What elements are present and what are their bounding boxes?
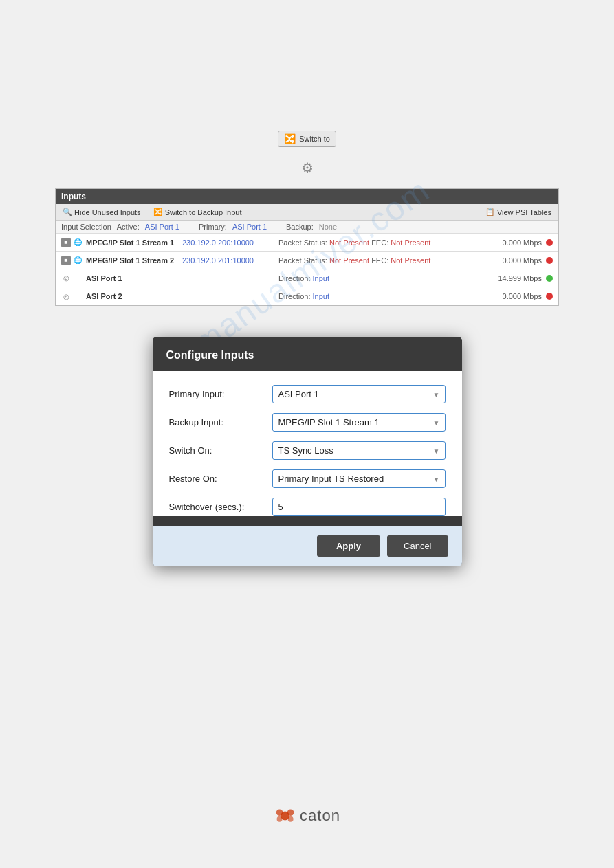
input-selection-label: Input Selection: [61, 223, 111, 231]
switch-icon: 🔀: [284, 133, 296, 144]
modal-footer: Apply Cancel: [153, 526, 462, 566]
switchover-input[interactable]: [272, 498, 446, 516]
modal-body: Primary Input: ASI Port 1 ASI Port 2 MPE…: [153, 371, 462, 516]
primary-input-label: Primary Input:: [169, 389, 272, 399]
switchover-control: [272, 498, 446, 516]
backup-input-control: MPEG/IP Slot 1 Stream 1 MPEG/IP Slot 1 S…: [272, 413, 446, 432]
input-name: ASI Port 1: [86, 274, 182, 282]
row-icons: ■ 🌐: [61, 256, 86, 265]
modal-overlay: Configure Inputs Primary Input: ASI Port…: [153, 337, 462, 566]
svg-point-2: [287, 809, 294, 816]
disk-icon: ■: [61, 238, 71, 247]
input-bitrate: 0.000 Mbps: [487, 238, 542, 247]
caton-logo: caton: [274, 805, 340, 827]
input-ip: 230.192.0.200:10000: [182, 238, 278, 247]
backup-input-select[interactable]: MPEG/IP Slot 1 Stream 1 MPEG/IP Slot 1 S…: [272, 413, 446, 432]
primary-input-select[interactable]: ASI Port 1 ASI Port 2 MPEG/IP Slot 1 Str…: [272, 385, 446, 403]
inputs-panel: Inputs 🔍 Hide Unused Inputs 🔀 Switch to …: [55, 188, 559, 306]
primary-input-row: Primary Input: ASI Port 1 ASI Port 2 MPE…: [169, 385, 446, 403]
active-value: ASI Port 1: [145, 223, 179, 231]
backup-input-row: Backup Input: MPEG/IP Slot 1 Stream 1 MP…: [169, 413, 446, 432]
input-name: ASI Port 2: [86, 292, 182, 300]
table-row: ◎ ASI Port 2 Direction: Input 0.000 Mbps: [56, 287, 558, 305]
input-detail: Direction: Input: [278, 274, 487, 282]
modal-title: Configure Inputs: [153, 337, 462, 371]
status-dot: [546, 257, 553, 264]
switchover-row: Switchover (secs.):: [169, 498, 446, 516]
network-icon: 🌐: [73, 256, 83, 265]
restore-on-row: Restore On: Primary Input TS Restored Ma…: [169, 469, 446, 488]
input-ip: 230.192.0.201:10000: [182, 256, 278, 265]
backup-input-label: Backup Input:: [169, 417, 272, 427]
row-icons: ■ 🌐: [61, 238, 86, 247]
network-icon: 🌐: [73, 238, 83, 247]
gear-icon: ⚙: [301, 159, 314, 176]
svg-point-4: [287, 816, 293, 822]
input-name: MPEG/IP Slot 1 Stream 2: [86, 256, 182, 265]
row-icons: ◎: [61, 274, 86, 283]
input-status-row: Input Selection Active: ASI Port 1 Prima…: [56, 221, 558, 234]
inputs-toolbar: 🔍 Hide Unused Inputs 🔀 Switch to Backup …: [56, 204, 558, 221]
primary-label: Primary:: [199, 223, 227, 231]
caton-logo-icon: [274, 805, 296, 827]
restore-on-label: Restore On:: [169, 474, 272, 484]
primary-input-control: ASI Port 1 ASI Port 2 MPEG/IP Slot 1 Str…: [272, 385, 446, 403]
configure-inputs-modal: Configure Inputs Primary Input: ASI Port…: [153, 337, 462, 566]
input-detail: Packet Status: Not Present FEC: Not Pres…: [278, 256, 487, 265]
switch-on-row: Switch On: TS Sync Loss Packet Loss Bitr…: [169, 441, 446, 460]
table-row: ■ 🌐 MPEG/IP Slot 1 Stream 1 230.192.0.20…: [56, 234, 558, 252]
svg-point-1: [276, 809, 283, 816]
input-name: MPEG/IP Slot 1 Stream 1: [86, 238, 182, 247]
table-row: ◎ ASI Port 1 Direction: Input 14.999 Mbp…: [56, 269, 558, 287]
switch-to-label: Switch to: [299, 135, 330, 143]
switch-backup-icon: 🔀: [153, 208, 163, 216]
input-bitrate: 0.000 Mbps: [487, 292, 542, 300]
input-detail: Direction: Input: [278, 292, 487, 300]
hide-icon: 🔍: [63, 208, 72, 216]
status-dot: [546, 239, 553, 246]
row-icons: ◎: [61, 291, 86, 301]
cancel-button[interactable]: Cancel: [387, 535, 448, 557]
asi-icon: ◎: [61, 291, 71, 301]
input-detail: Packet Status: Not Present FEC: Not Pres…: [278, 238, 487, 247]
active-label: Active:: [117, 223, 140, 231]
primary-value: ASI Port 1: [232, 223, 267, 231]
input-bitrate: 14.999 Mbps: [487, 274, 542, 282]
switch-on-select[interactable]: TS Sync Loss Packet Loss Bitrate Drop: [272, 441, 446, 460]
restore-on-select[interactable]: Primary Input TS Restored Manual: [272, 469, 446, 488]
hide-unused-button[interactable]: 🔍 Hide Unused Inputs: [60, 206, 144, 218]
input-bitrate: 0.000 Mbps: [487, 256, 542, 265]
switchover-label: Switchover (secs.):: [169, 502, 272, 512]
svg-point-3: [276, 816, 282, 822]
psi-icon: 📋: [485, 208, 495, 216]
view-psi-button[interactable]: 📋 View PSI Tables: [483, 206, 554, 218]
asi-icon: ◎: [61, 274, 71, 283]
caton-logo-text: caton: [300, 807, 340, 825]
switch-backup-button[interactable]: 🔀 Switch to Backup Input: [151, 206, 245, 218]
apply-button[interactable]: Apply: [317, 535, 380, 557]
backup-value: None: [319, 223, 337, 231]
table-row: ■ 🌐 MPEG/IP Slot 1 Stream 2 230.192.0.20…: [56, 252, 558, 269]
backup-label: Backup:: [286, 223, 314, 231]
status-dot: [546, 275, 553, 282]
switch-on-control: TS Sync Loss Packet Loss Bitrate Drop ▼: [272, 441, 446, 460]
restore-on-control: Primary Input TS Restored Manual ▼: [272, 469, 446, 488]
switch-on-label: Switch On:: [169, 445, 272, 456]
top-area: 🔀 Switch to ⚙: [0, 0, 614, 176]
status-dot: [546, 293, 553, 300]
switch-to-button[interactable]: 🔀 Switch to: [278, 131, 336, 147]
disk-icon: ■: [61, 256, 71, 265]
inputs-header: Inputs: [56, 189, 558, 204]
